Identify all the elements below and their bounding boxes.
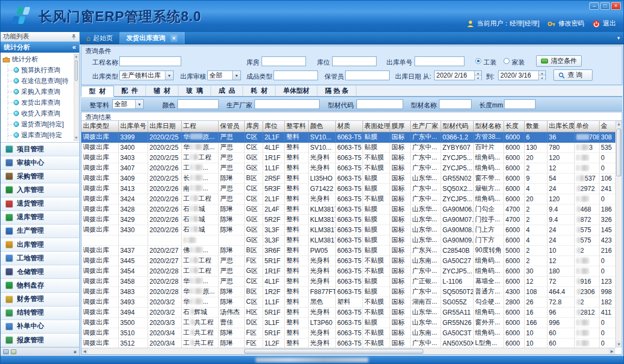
table-row[interactable]: 调拨出库33992020/2/25华原...严思C区2L1F整料SV10...6… <box>81 132 615 142</box>
profile-code-input[interactable] <box>356 99 403 109</box>
location-input[interactable] <box>332 56 377 66</box>
column-header-7[interactable]: 整零料 <box>284 121 308 132</box>
date-spinner-icon[interactable]: ▲▼ <box>538 71 545 80</box>
column-header-2[interactable]: 出库日期 <box>148 121 181 132</box>
tree-item-5[interactable]: 退货查询[待定] <box>3 119 73 130</box>
date-from-picker[interactable]: 2020/ 2/16 ▲▼ <box>434 71 482 80</box>
sidebar-item-scrap[interactable]: 报废管理 <box>1 334 79 347</box>
horizontal-scroll-thumb[interactable] <box>244 349 423 354</box>
profile-name-input[interactable] <box>439 99 472 109</box>
scroll-down-arrow-icon[interactable]: ▼ <box>616 341 622 348</box>
tree-scroll-down-icon[interactable]: ▼ <box>74 136 78 141</box>
mini-computer-icon[interactable] <box>11 349 16 354</box>
material-tab-4[interactable]: 成 品 <box>211 86 244 96</box>
column-header-18[interactable]: 单价 <box>574 121 599 132</box>
tab-list-caret-icon[interactable]: ▼ <box>616 36 621 41</box>
tree-scroll-up-icon[interactable]: ▲ <box>74 54 78 59</box>
column-header-17[interactable]: 出库长度 <box>547 121 574 132</box>
tab-close-icon[interactable]: × <box>170 35 177 42</box>
tree-item-2[interactable]: 采购入库查询 <box>3 86 73 97</box>
column-header-10[interactable]: 表面处理 <box>362 121 390 132</box>
out-type-select[interactable]: 生产领料出库 ▼ <box>119 71 174 80</box>
column-header-3[interactable]: 工程 <box>181 121 218 132</box>
tree-scroll-thumb[interactable] <box>75 60 78 81</box>
column-header-13[interactable]: 型材代码 <box>441 121 473 132</box>
tab-start-page[interactable]: ⌂ 起始页 <box>80 32 120 44</box>
vertical-scroll-thumb[interactable] <box>616 129 621 176</box>
column-header-19[interactable]: 金 <box>599 121 615 132</box>
table-row[interactable]: 调拨出库34832020/2/28华原...陈琳B区1R2F整料F8877FT6… <box>81 286 615 297</box>
material-tab-0[interactable]: 型 材 <box>81 86 114 97</box>
tree-root-statistics[interactable]: 统计分析 <box>3 54 73 65</box>
order-no-input[interactable] <box>415 56 464 66</box>
column-header-6[interactable]: 库位 <box>263 121 284 132</box>
clear-conditions-button[interactable]: 清空条件 <box>536 55 582 67</box>
sidebar-item-outbound[interactable]: 出库管理 <box>1 238 79 252</box>
table-row[interactable]: G区3L3F整料KLM38176063-T5贴膜国标山东华...GA90M09.… <box>81 235 615 245</box>
tree-scrollbar[interactable]: ▲ ▼ <box>74 54 79 141</box>
material-tab-5[interactable]: 耗 材 <box>243 86 276 96</box>
mini-panel-icon[interactable] <box>3 349 9 354</box>
warehouse-input[interactable] <box>262 56 306 66</box>
table-row[interactable]: 调拨出库34932020/3/2华...陈琳C区1L1F整料黑色塑料不贴膜国标湖… <box>81 297 615 307</box>
scroll-up-arrow-icon[interactable]: ▲ <box>616 121 622 127</box>
gongzhuang-radio[interactable] <box>475 58 481 64</box>
material-tab-3[interactable]: 玻 璃 <box>179 86 211 96</box>
collapse-chevron-icon[interactable]: « <box>72 43 76 51</box>
material-tab-2[interactable]: 辅 材 <box>146 86 179 96</box>
horizontal-scrollbar[interactable]: ◀ ▶ <box>81 348 615 354</box>
scroll-left-arrow-icon[interactable]: ◀ <box>81 348 88 354</box>
sidebar-item-warehouse[interactable]: 仓储管理 <box>1 265 79 279</box>
sidebar-item-audit[interactable]: 审核中心 <box>1 156 79 170</box>
column-header-9[interactable]: 材质 <box>335 121 362 132</box>
table-row[interactable]: 调拨出库34372020/2/27佛...陈琳B区3R6F整料PW056063-… <box>81 245 615 256</box>
sidebar-more-chevron-icon[interactable]: » <box>73 349 77 355</box>
logout-link[interactable]: 退出 <box>603 19 616 28</box>
material-tab-1[interactable]: 配 件 <box>114 86 147 96</box>
table-row[interactable]: 调拨出库35122020/3/4工共工程陈琳F区1L2F整料光身料6063-T5… <box>81 338 615 348</box>
material-tab-6[interactable]: 单体型材 <box>276 86 317 96</box>
sidebar-item-return-goods[interactable]: 退货管理 <box>1 197 79 211</box>
column-header-5[interactable]: 库房 <box>244 121 263 132</box>
date-to-picker[interactable]: 2020/ 3/16 ▲▼ <box>498 71 546 80</box>
tab-shipment-outbound-query[interactable]: 发货出库查询 × <box>120 32 184 44</box>
jiazhuang-radio[interactable] <box>504 58 510 64</box>
vertical-scrollbar[interactable]: ▲ ▼ <box>615 121 622 348</box>
table-row[interactable]: 调拨出库34452020/2/27工工程严思F区5R1F整料光身料6063-T5… <box>81 256 615 266</box>
column-header-16[interactable]: 数量 <box>524 121 547 132</box>
column-header-1[interactable]: 出库单号 <box>118 121 148 132</box>
table-row[interactable]: 调拨出库34582020/2/28华...严思C区4L1F整料光身料6063-T… <box>81 276 615 286</box>
sidebar-item-carryover[interactable]: 结转管理 <box>1 306 79 320</box>
sidebar-item-production[interactable]: 生产管理 <box>1 225 79 238</box>
table-row[interactable]: 调拨出库34032020/2/25工工程严思G区1R1F整料光身料6063-T5… <box>81 152 615 163</box>
table-row[interactable]: 调拨出库34302020/2/26石城陈琳G区3L3F整料KLM38176063… <box>81 225 615 235</box>
table-row[interactable]: 调拨出库34072020/2/26工...严思G区1L1F整料光身料6063-T… <box>81 163 615 173</box>
sidebar-item-purchase[interactable]: 采购管理 <box>1 170 79 183</box>
table-row[interactable]: 调拨出库34282020/2/26石城陈琳G区2L4F整料KLM38176063… <box>81 204 615 214</box>
table-row[interactable]: 调拨出库35102020/3/4工共工程陈琳F区5R1F整料光身料6063-T5… <box>81 328 615 338</box>
table-row[interactable]: 调拨出库34292020/2/26石城陈琳G区5R2F整料KLM38176063… <box>81 214 615 225</box>
table-row[interactable]: 调拨出库35002020/3/3工共工程曹佳D区3L1F整料LT3P606063… <box>81 317 615 328</box>
whole-part-select[interactable]: 全部 ▼ <box>112 99 144 109</box>
table-row[interactable]: 调拨出库34132020/2/26南...严思C区5R3F整料G71422606… <box>81 183 615 194</box>
sidebar-item-supplement[interactable]: 补单中心 <box>1 320 79 334</box>
table-row[interactable]: 调拨出库34942020/3/2石辉城汤伟杰H区5R1F整料光身料6063-T5… <box>81 307 615 317</box>
change-password-link[interactable]: 修改密码 <box>558 19 584 28</box>
scroll-right-arrow-icon[interactable]: ▶ <box>609 348 615 354</box>
sidebar-item-project[interactable]: 项目管理 <box>1 143 79 156</box>
close-button[interactable]: × <box>611 2 621 10</box>
tree-item-4[interactable]: 收货入库查询 <box>3 108 73 119</box>
length-input[interactable] <box>504 99 536 109</box>
search-button[interactable]: 查 询 <box>553 69 593 81</box>
tree-item-3[interactable]: 发货出库查询 <box>3 97 73 108</box>
sidebar-item-site[interactable]: 工地管理 <box>1 252 79 265</box>
manufacturer-input[interactable] <box>254 99 320 109</box>
sidebar-item-inventory[interactable]: 物料盘存 <box>1 279 79 292</box>
table-row[interactable]: 调拨出库34242020/2/26工工程严思C区2L1F整料光身料6063-T5… <box>81 194 615 204</box>
product-type-input[interactable] <box>273 71 318 80</box>
tree-item-1[interactable]: 在途信息查询[待 <box>3 75 73 86</box>
table-row[interactable]: 调拨出库34002020/2/25华原...严思C区4L1F整料SV10...6… <box>81 142 615 152</box>
table-row[interactable]: 调拨出库34542020/2/28工工程严思G区1R1F整料光身料6063-T5… <box>81 266 615 276</box>
pin-icon[interactable] <box>71 34 77 40</box>
minimize-button[interactable]: – <box>589 2 599 10</box>
